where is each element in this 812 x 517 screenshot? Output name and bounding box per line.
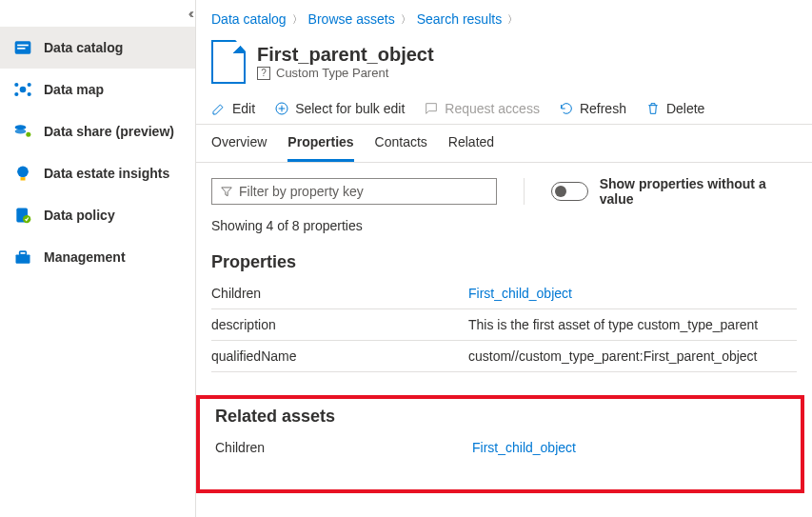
catalog-icon <box>13 38 32 57</box>
tab-contacts[interactable]: Contacts <box>375 134 427 162</box>
svg-point-3 <box>20 87 27 93</box>
breadcrumb-link[interactable]: Search results <box>417 11 502 27</box>
svg-point-7 <box>28 92 31 96</box>
properties-table: Children First_child_object description … <box>211 278 797 372</box>
breadcrumb-link[interactable]: Browse assets <box>308 11 395 27</box>
page-subtitle: Custom Type Parent <box>276 66 388 80</box>
svg-point-6 <box>14 92 18 96</box>
bulb-icon <box>13 164 32 183</box>
related-value-link[interactable]: First_child_object <box>472 440 785 455</box>
chevron-right-icon: 〉 <box>292 12 303 27</box>
property-value-link[interactable]: First_child_object <box>468 286 797 301</box>
toolbox-icon <box>13 248 32 267</box>
page-title: First_parent_object <box>257 44 434 66</box>
asset-header: First_parent_object ? Custom Type Parent <box>196 34 812 93</box>
property-key: Children <box>211 286 468 301</box>
chevron-right-icon: 〉 <box>507 12 518 27</box>
showing-count: Showing 4 of 8 properties <box>196 214 812 247</box>
highlight-annotation: Related assets Children First_child_obje… <box>196 395 804 493</box>
sidebar-item-data-share[interactable]: Data share (preview) <box>0 110 195 152</box>
sidebar-item-data-policy[interactable]: Data policy <box>0 194 195 236</box>
property-row: description This is the first asset of t… <box>211 309 797 341</box>
property-row: qualifiedName custom//custom_type_parent… <box>211 341 797 372</box>
property-value: This is the first asset of type custom_t… <box>468 317 797 332</box>
delete-button[interactable]: Delete <box>645 101 704 116</box>
sidebar-item-label: Data catalog <box>44 40 123 55</box>
sidebar-item-management[interactable]: Management <box>0 236 195 278</box>
svg-point-5 <box>28 83 31 87</box>
divider <box>524 178 525 205</box>
svg-rect-1 <box>17 45 29 47</box>
svg-rect-12 <box>21 177 26 180</box>
chat-icon <box>424 101 439 116</box>
filter-placeholder: Filter by property key <box>239 184 364 199</box>
property-row: Children First_child_object <box>211 278 797 309</box>
sidebar-item-label: Data share (preview) <box>44 124 174 139</box>
plus-circle-icon <box>274 101 289 116</box>
tab-properties[interactable]: Properties <box>287 134 353 162</box>
main-content: Data catalog 〉 Browse assets 〉 Search re… <box>196 0 812 517</box>
sidebar-item-label: Data policy <box>44 208 115 223</box>
pencil-icon <box>211 101 227 116</box>
chevron-right-icon: 〉 <box>401 12 411 27</box>
related-key: Children <box>215 440 472 455</box>
toggle-label: Show properties without a value <box>600 176 797 207</box>
filter-icon <box>220 185 233 198</box>
properties-heading: Properties <box>196 247 812 278</box>
type-icon: ? <box>257 67 270 80</box>
sidebar-item-data-catalog[interactable]: Data catalog <box>0 27 195 69</box>
svg-rect-16 <box>20 251 27 254</box>
refresh-button[interactable]: Refresh <box>559 101 626 116</box>
breadcrumb-link[interactable]: Data catalog <box>211 11 287 27</box>
related-assets-heading: Related assets <box>200 401 801 432</box>
map-icon <box>13 80 32 99</box>
refresh-icon <box>559 101 574 116</box>
sidebar-item-label: Data map <box>44 82 104 97</box>
trash-icon <box>645 101 661 116</box>
policy-icon <box>13 206 32 225</box>
property-key: description <box>211 317 468 332</box>
svg-point-10 <box>26 132 30 137</box>
tab-related[interactable]: Related <box>448 134 494 162</box>
svg-rect-2 <box>17 48 25 50</box>
tabs: Overview Properties Contacts Related <box>196 125 812 163</box>
filter-input[interactable]: Filter by property key <box>211 178 497 205</box>
share-icon <box>13 122 32 141</box>
sidebar: ‹‹ Data catalog Data map Data share (pre… <box>0 0 196 517</box>
svg-rect-15 <box>16 255 30 264</box>
sidebar-item-data-map[interactable]: Data map <box>0 69 195 110</box>
svg-point-4 <box>14 83 18 87</box>
collapse-sidebar-icon[interactable]: ‹‹ <box>188 6 191 21</box>
svg-point-11 <box>17 167 29 178</box>
toolbar: Edit Select for bulk edit Request access… <box>196 93 812 125</box>
svg-point-9 <box>15 129 27 134</box>
bulk-edit-button[interactable]: Select for bulk edit <box>274 101 405 116</box>
document-icon <box>211 40 246 84</box>
tab-overview[interactable]: Overview <box>211 134 267 162</box>
show-empty-toggle[interactable] <box>551 182 588 201</box>
sidebar-item-label: Data estate insights <box>44 166 169 181</box>
edit-button[interactable]: Edit <box>211 101 255 116</box>
related-row: Children First_child_object <box>215 432 785 463</box>
sidebar-item-label: Management <box>44 249 126 265</box>
request-access-button: Request access <box>424 101 540 116</box>
sidebar-item-data-estate-insights[interactable]: Data estate insights <box>0 152 195 194</box>
breadcrumb: Data catalog 〉 Browse assets 〉 Search re… <box>196 8 812 34</box>
property-value: custom//custom_type_parent:First_parent_… <box>468 348 797 364</box>
property-key: qualifiedName <box>211 348 468 364</box>
